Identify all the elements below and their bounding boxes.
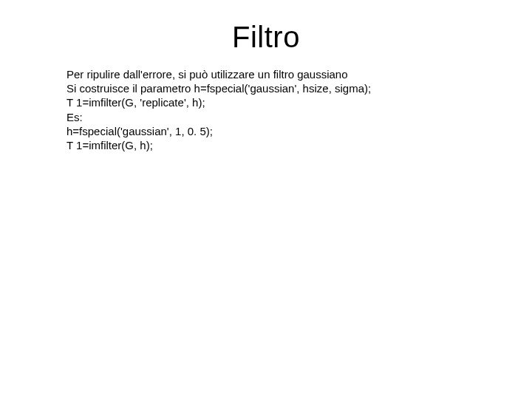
- body-line: Per ripulire dall'errore, si può utilizz…: [66, 67, 488, 81]
- slide: Filtro Per ripulire dall'errore, si può …: [0, 0, 532, 399]
- body-line: Es:: [66, 110, 488, 124]
- body-line: h=fspecial('gaussian', 1, 0. 5);: [66, 124, 488, 138]
- body-line: Si costruisce il parametro h=fspecial('g…: [66, 81, 488, 95]
- body-line: T 1=imfilter(G, 'replicate', h);: [66, 95, 488, 109]
- body-line: T 1=imfilter(G, h);: [66, 138, 488, 152]
- slide-body: Per ripulire dall'errore, si può utilizz…: [0, 67, 532, 152]
- slide-title: Filtro: [0, 0, 532, 67]
